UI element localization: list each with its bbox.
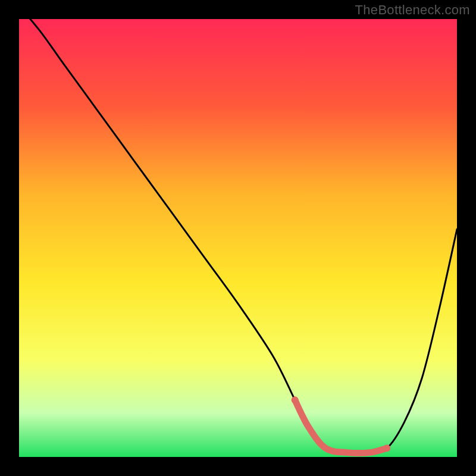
chart-canvas: TheBottleneck.com	[0, 0, 476, 476]
optimal-range-endcap	[383, 444, 390, 452]
watermark-text: TheBottleneck.com	[355, 2, 470, 18]
gradient-background	[19, 19, 457, 457]
chart-svg	[19, 19, 457, 457]
optimal-range-endcap	[292, 396, 299, 403]
plot-frame	[19, 19, 457, 457]
